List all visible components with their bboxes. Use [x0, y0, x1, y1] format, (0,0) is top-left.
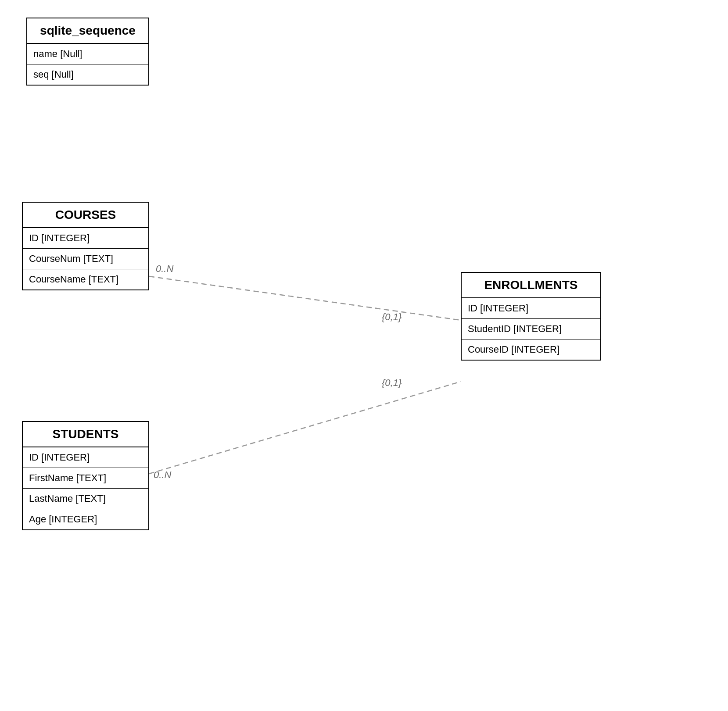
enrollments-field-id: ID [INTEGER] — [462, 298, 600, 319]
sqlite-sequence-table: sqlite_sequence name [Null] seq [Null] — [26, 18, 149, 86]
students-enrollments-label-to: {0,1} — [382, 377, 402, 388]
sqlite-sequence-title: sqlite_sequence — [27, 18, 148, 44]
courses-enrollments-label-from: 0..N — [156, 263, 173, 274]
students-enrollments-label-from: 0..N — [154, 469, 171, 480]
courses-table: COURSES ID [INTEGER] CourseNum [TEXT] Co… — [22, 202, 149, 290]
sqlite-sequence-field-name: name [Null] — [27, 44, 148, 64]
students-field-id: ID [INTEGER] — [23, 447, 148, 468]
students-enrollments-line — [149, 382, 461, 474]
enrollments-field-studentid: StudentID [INTEGER] — [462, 319, 600, 339]
students-title: STUDENTS — [23, 422, 148, 447]
courses-field-coursenum: CourseNum [TEXT] — [23, 249, 148, 269]
enrollments-title: ENROLLMENTS — [462, 273, 600, 298]
courses-enrollments-label-to: {0,1} — [382, 311, 402, 322]
sqlite-sequence-field-seq: seq [Null] — [27, 64, 148, 85]
courses-title: COURSES — [23, 203, 148, 228]
enrollments-table: ENROLLMENTS ID [INTEGER] StudentID [INTE… — [461, 272, 601, 361]
students-field-age: Age [INTEGER] — [23, 509, 148, 529]
courses-field-coursename: CourseName [TEXT] — [23, 269, 148, 289]
courses-enrollments-line — [149, 276, 461, 320]
students-table: STUDENTS ID [INTEGER] FirstName [TEXT] L… — [22, 421, 149, 530]
relations-svg: 0..N {0,1} 0..N {0,1} — [0, 0, 728, 711]
students-field-lastname: LastName [TEXT] — [23, 489, 148, 509]
courses-field-id: ID [INTEGER] — [23, 228, 148, 249]
enrollments-field-courseid: CourseID [INTEGER] — [462, 339, 600, 360]
students-field-firstname: FirstName [TEXT] — [23, 468, 148, 489]
